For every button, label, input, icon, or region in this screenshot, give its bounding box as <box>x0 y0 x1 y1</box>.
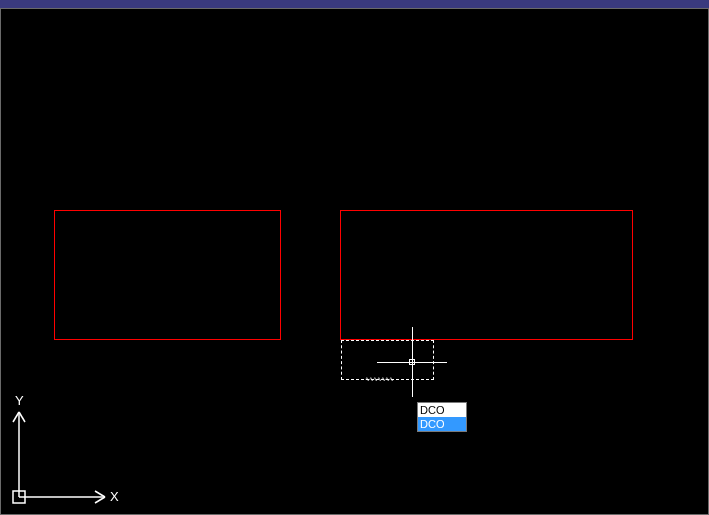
svg-line-3 <box>95 497 105 503</box>
drawing-rectangle-right[interactable] <box>340 210 633 340</box>
svg-line-5 <box>13 412 19 422</box>
crosshair-pickbox <box>409 359 415 365</box>
ucs-y-label: Y <box>15 393 24 408</box>
selection-marquee: ∿∿∿∿∿∿∿ <box>341 340 434 380</box>
command-autocomplete[interactable]: DCODCO <box>417 402 467 432</box>
autocomplete-item[interactable]: DCO <box>418 403 466 417</box>
svg-line-2 <box>95 491 105 497</box>
drawing-canvas[interactable]: ∿∿∿∿∿∿∿ DCODCO X Y <box>2 10 707 513</box>
ucs-icon: X Y <box>10 387 130 507</box>
svg-line-6 <box>19 412 25 422</box>
autocomplete-item[interactable]: DCO <box>418 417 466 431</box>
marquee-edge-jag: ∿∿∿∿∿∿∿ <box>365 375 393 382</box>
ucs-x-label: X <box>110 489 119 504</box>
drawing-rectangle-left[interactable] <box>54 210 281 340</box>
